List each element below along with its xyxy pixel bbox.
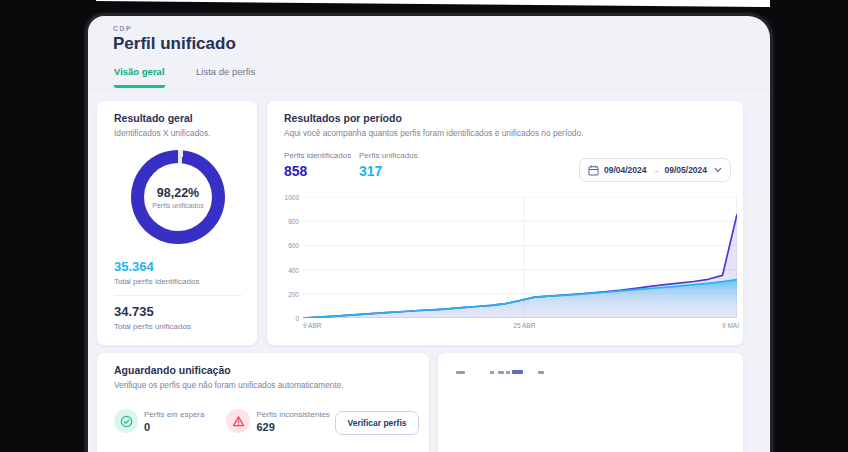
period-card: Resultados por período Aqui você acompan… xyxy=(266,100,744,346)
tab-bar: Visão geral Lista de perfis xyxy=(88,62,770,90)
illegible-text xyxy=(512,370,523,374)
chevron-down-icon xyxy=(714,166,722,174)
divider xyxy=(114,295,242,296)
date-end: 09/05/2024 xyxy=(665,165,708,175)
result-card-title: Resultado geral xyxy=(114,112,240,124)
illegible-text xyxy=(456,371,465,374)
inconsistent-profiles-item: Perfis inconsistentes 629 xyxy=(226,409,329,433)
y-tick: 200 xyxy=(277,291,299,298)
total-unified-label: Total perfis unificados xyxy=(114,322,191,331)
waiting-profiles-item: Perfis em espera 0 xyxy=(114,409,204,433)
inconsistent-profiles-label: Perfis inconsistentes xyxy=(256,410,329,419)
date-start: 09/04/2024 xyxy=(604,165,647,175)
illegible-text xyxy=(538,371,544,374)
y-tick: 0 xyxy=(277,315,299,322)
pending-unification-card: Aguardando unificação Verifique os perfi… xyxy=(96,352,430,452)
y-tick: 400 xyxy=(277,267,299,274)
unified-period-label: Perfis unificados xyxy=(359,151,418,160)
inconsistent-profiles-value: 629 xyxy=(256,421,329,433)
total-identified-value: 35.364 xyxy=(114,259,199,274)
total-identified-label: Total perfis identificados xyxy=(114,277,199,286)
page-title: Perfil unificado xyxy=(113,34,236,54)
cutoff-card xyxy=(437,352,744,452)
illegible-text xyxy=(490,371,494,374)
identified-period-stat: Perfis identificados 858 xyxy=(284,151,351,179)
illegible-text xyxy=(498,371,504,374)
identified-period-label: Perfis identificados xyxy=(284,151,351,160)
page-background xyxy=(0,0,848,8)
y-tick: 800 xyxy=(277,218,299,225)
total-unified-value: 34.735 xyxy=(114,304,191,319)
period-chart-svg xyxy=(303,197,737,318)
period-line-chart: 1000 800 600 400 200 0 xyxy=(277,189,737,335)
x-tick: 9 MAI xyxy=(722,322,739,329)
identified-period-value: 858 xyxy=(284,163,351,179)
date-range-picker[interactable]: 09/04/2024 → 09/05/2024 xyxy=(579,158,731,182)
pending-stats-row: Perfis em espera 0 Perfis inconsistentes… xyxy=(114,409,330,433)
unified-period-stat: Perfis unificados 317 xyxy=(359,151,418,179)
period-card-title: Resultados por período xyxy=(284,112,726,124)
unified-percfor-donut-chart: 98,22% Perfis unificados xyxy=(131,150,225,244)
y-tick: 600 xyxy=(277,242,299,249)
total-unified-stat: 34.735 Total perfis unificados xyxy=(114,304,191,331)
illegible-text xyxy=(506,371,510,374)
calendar-icon xyxy=(588,165,599,176)
tab-visao-geral[interactable]: Visão geral xyxy=(114,66,165,88)
alert-triangle-icon xyxy=(232,415,245,428)
x-tick: 9 ABR xyxy=(303,322,321,329)
result-card: Resultado geral Identificados X unificad… xyxy=(96,100,258,346)
donut-caption: Perfis unificados xyxy=(152,202,203,209)
breadcrumb: CDP xyxy=(113,25,132,32)
result-card-subtitle: Identificados X unificados. xyxy=(114,128,240,138)
pending-card-title: Aguardando unificação xyxy=(114,364,412,376)
waiting-profiles-value: 0 xyxy=(144,421,204,433)
check-circle-icon xyxy=(120,415,133,428)
device-screen: CDP Perfil unificado Visão geral Lista d… xyxy=(88,16,770,452)
total-identified-stat: 35.364 Total perfis identificados xyxy=(114,259,199,286)
waiting-profiles-label: Perfis em espera xyxy=(144,410,204,419)
x-tick: 25 ABR xyxy=(513,322,535,329)
unified-period-value: 317 xyxy=(359,163,418,179)
donut-percent-value: 98,22% xyxy=(157,186,199,200)
date-arrow: → xyxy=(652,166,660,175)
tab-lista-de-perfis[interactable]: Lista de perfis xyxy=(196,66,255,85)
y-tick: 1000 xyxy=(277,194,299,201)
x-axis-labels: 9 ABR 25 ABR 9 MAI xyxy=(303,322,737,332)
verify-profiles-button[interactable]: Verificar perfis xyxy=(335,411,419,435)
pending-card-subtitle: Verifique os perfis que não foram unific… xyxy=(114,380,412,390)
period-card-subtitle: Aqui você acompanha quantos perfis foram… xyxy=(284,128,726,138)
